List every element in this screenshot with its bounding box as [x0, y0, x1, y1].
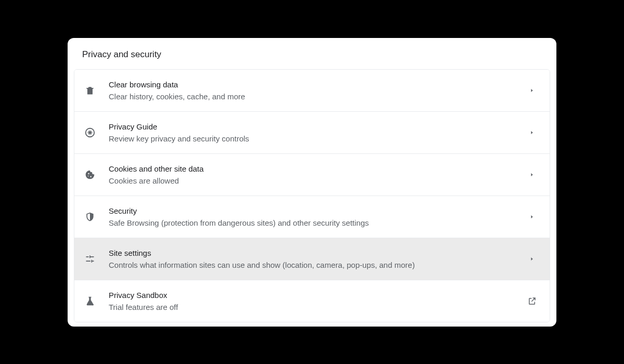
row-text: Privacy Sandbox Trial features are off — [109, 290, 527, 313]
row-subtitle: Controls what information sites can use … — [109, 259, 527, 270]
row-subtitle: Cookies are allowed — [109, 175, 527, 186]
row-subtitle: Clear history, cookies, cache, and more — [109, 91, 527, 102]
shield-icon — [84, 211, 96, 223]
row-title: Site settings — [109, 248, 527, 258]
cookie-icon — [84, 168, 96, 181]
chevron-right-icon — [527, 254, 537, 264]
external-link-icon — [527, 296, 537, 306]
row-text: Privacy Guide Review key privacy and sec… — [109, 121, 527, 144]
row-subtitle: Trial features are off — [109, 302, 527, 313]
sliders-icon — [84, 253, 96, 265]
chevron-right-icon — [527, 85, 537, 96]
row-privacy-guide[interactable]: Privacy Guide Review key privacy and sec… — [74, 112, 550, 154]
chevron-right-icon — [527, 212, 537, 222]
compass-icon — [84, 126, 96, 139]
row-title: Security — [109, 205, 527, 216]
row-security[interactable]: Security Safe Browsing (protection from … — [74, 196, 550, 238]
row-title: Cookies and other site data — [109, 163, 527, 174]
row-cookies[interactable]: Cookies and other site data Cookies are … — [74, 154, 550, 196]
section-title: Privacy and security — [68, 38, 556, 69]
chevron-right-icon — [527, 170, 537, 180]
row-clear-browsing-data[interactable]: Clear browsing data Clear history, cooki… — [74, 70, 550, 112]
settings-list: Clear browsing data Clear history, cooki… — [74, 69, 550, 322]
row-subtitle: Safe Browsing (protection from dangerous… — [109, 217, 527, 228]
row-text: Site settings Controls what information … — [109, 248, 527, 270]
row-privacy-sandbox[interactable]: Privacy Sandbox Trial features are off — [74, 280, 550, 322]
row-title: Privacy Guide — [109, 121, 527, 132]
row-text: Cookies and other site data Cookies are … — [109, 163, 527, 186]
row-title: Clear browsing data — [109, 79, 527, 90]
row-text: Clear browsing data Clear history, cooki… — [109, 79, 527, 102]
flask-icon — [84, 295, 96, 307]
chevron-right-icon — [527, 127, 537, 138]
row-site-settings[interactable]: Site settings Controls what information … — [74, 238, 550, 280]
trash-icon — [84, 84, 96, 97]
privacy-security-card: Privacy and security Clear browsing data… — [68, 38, 556, 327]
row-subtitle: Review key privacy and security controls — [109, 133, 527, 144]
row-title: Privacy Sandbox — [109, 290, 527, 301]
row-text: Security Safe Browsing (protection from … — [109, 205, 527, 228]
